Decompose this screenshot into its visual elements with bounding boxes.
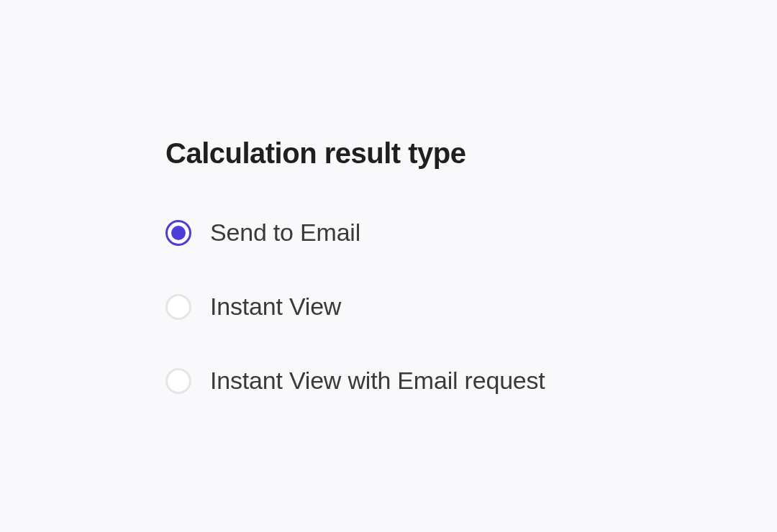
- radio-label: Instant View with Email request: [210, 367, 545, 395]
- radio-option-instant-view-email-request[interactable]: Instant View with Email request: [165, 367, 777, 395]
- radio-label: Instant View: [210, 293, 341, 321]
- radio-icon: [165, 220, 191, 246]
- radio-icon: [165, 294, 191, 320]
- radio-dot-icon: [171, 226, 186, 240]
- radio-label: Send to Email: [210, 219, 360, 247]
- section-heading: Calculation result type: [165, 137, 777, 170]
- radio-option-send-to-email[interactable]: Send to Email: [165, 219, 777, 247]
- radio-group-result-type: Send to Email Instant View Instant View …: [165, 219, 777, 395]
- radio-option-instant-view[interactable]: Instant View: [165, 293, 777, 321]
- radio-icon: [165, 368, 191, 394]
